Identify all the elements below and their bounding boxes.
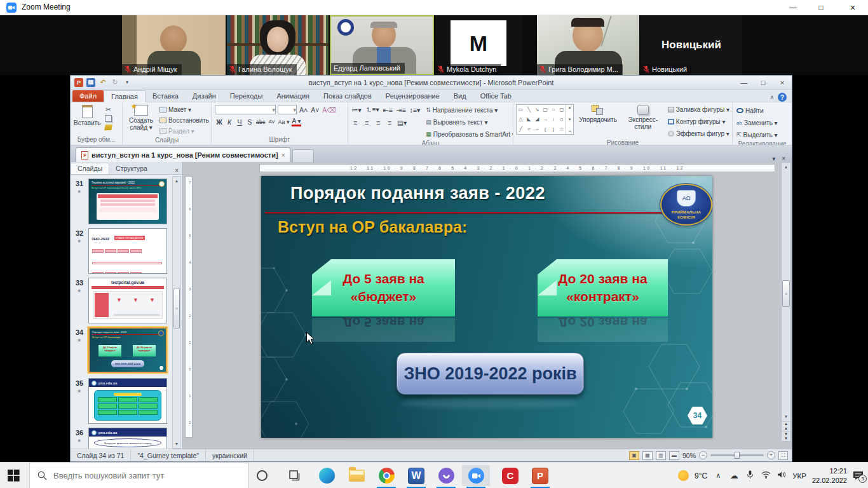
clipboard-group-label[interactable]: Буфер обм... <box>71 135 122 145</box>
paste-button[interactable]: Вставить <box>72 104 102 135</box>
word-taskbar-button[interactable]: W <box>402 465 430 486</box>
decrease-indent-icon[interactable]: ⇤≡ <box>383 105 393 114</box>
tab-transitions[interactable]: Переходы <box>223 90 270 102</box>
slide-thumbnail-32[interactable]: ЗНО-2022 ГРАФІК ПРОВЕДЕННЯ <box>88 228 167 274</box>
video-tile-halyna[interactable]: Галина Волощук <box>227 15 329 75</box>
select-button[interactable]: ⇱Выделить ▾ <box>736 130 788 140</box>
tab-file[interactable]: Файл <box>72 90 104 102</box>
line-spacing-icon[interactable]: ↕≡▾ <box>409 105 421 114</box>
copy-icon[interactable] <box>105 115 112 122</box>
new-slide-button[interactable]: ★ Создать слайд ▾ <box>125 104 158 136</box>
numbering-icon[interactable]: ⒈≡▾ <box>365 105 380 114</box>
ppt-minimize-button[interactable]: — <box>735 76 754 89</box>
zoom-taskbar-button-active[interactable] <box>462 465 490 486</box>
tab-insert[interactable]: Вставка <box>146 90 186 102</box>
increase-indent-icon[interactable]: ⇥≡ <box>396 105 407 114</box>
slide-thumbnail-31[interactable]: Терміни вступної кампанії - 2022 Вступ н… <box>88 179 167 224</box>
ppt-close-button[interactable]: × <box>773 76 792 89</box>
cortana-icon[interactable] <box>257 470 268 481</box>
zoom-restore-button[interactable]: □ <box>808 0 834 15</box>
cut-icon[interactable]: ✂ <box>104 104 112 114</box>
main-scrollbar[interactable]: ▲ ≡ ▼ ▲▲ ▼▼ <box>781 162 791 442</box>
arrange-button[interactable]: Упорядочить <box>578 104 618 139</box>
decrease-font-icon[interactable]: A˅ <box>310 105 320 114</box>
redo-icon[interactable]: ↻ <box>111 78 119 87</box>
tray-expand-icon[interactable]: ∧ <box>713 471 723 480</box>
budget-applications-box[interactable]: До 5 заяв на «бюджет» <box>312 259 455 316</box>
keyboard-language[interactable]: УКР <box>792 472 806 480</box>
change-case-button[interactable]: Aa ▾ <box>278 117 290 126</box>
zoom-out-button[interactable]: − <box>699 451 707 459</box>
edge-taskbar-button[interactable] <box>313 465 341 486</box>
layout-button[interactable]: Макет ▾ <box>159 104 209 114</box>
admission-committee-logo[interactable]: AΩ ПРИЙМАЛЬНА КОМІСІЯ <box>660 184 712 226</box>
italic-button[interactable]: К <box>225 117 234 126</box>
chrome-taskbar-button[interactable] <box>372 465 400 486</box>
align-text-button[interactable]: ▤Выровнять текст ▾ <box>426 117 513 127</box>
tab-animations[interactable]: Анимация <box>269 90 316 102</box>
slide-thumbnail-34-selected[interactable]: Порядок подання заяв - 2022 Вступ на ОР … <box>88 327 167 373</box>
main-scrollbar-thumb[interactable]: ≡ <box>782 280 790 307</box>
pane-tab-slides[interactable]: Слайды <box>71 163 109 174</box>
slide-thumbnail-35[interactable]: pnu.edu.ua <box>88 378 167 424</box>
pane-scrollbar[interactable]: ▲ ≡ ▼ <box>172 176 181 449</box>
onedrive-cloud-icon[interactable]: ☁ <box>729 471 739 480</box>
tab-view[interactable]: Вид <box>447 90 473 102</box>
normal-view-button[interactable]: ▣ <box>629 451 639 460</box>
horizontal-ruler[interactable]: 12 · 11 · 10 · 9 · 8 · 7 · 6 · 5 · 4 · 3… <box>259 164 775 172</box>
replace-button[interactable]: abЗаменить ▾ <box>736 118 788 128</box>
undo-icon[interactable]: ↶ <box>98 78 107 87</box>
temperature[interactable]: 9°C <box>695 471 707 480</box>
increase-font-icon[interactable]: A˄ <box>299 105 308 114</box>
strikethrough-button[interactable]: abc <box>255 117 266 126</box>
align-left-icon[interactable]: ≡ <box>351 118 360 127</box>
video-tile-hryha[interactable]: Грига Володимир М... <box>537 15 639 75</box>
ppt-restore-button[interactable]: □ <box>754 76 773 89</box>
zno-years-button[interactable]: ЗНО 2019-2022 років <box>397 353 584 395</box>
quick-styles-button[interactable]: Экспресс-стили <box>622 104 664 139</box>
speaker-icon[interactable] <box>776 471 787 480</box>
tab-list-dropdown-icon[interactable]: ▾ <box>772 155 775 162</box>
zoom-minimize-button[interactable]: — <box>780 0 806 15</box>
zoom-slider[interactable] <box>710 454 764 456</box>
slide-title[interactable]: Порядок подання заяв - 2022 <box>290 184 545 203</box>
shape-fill-button[interactable]: Заливка фигуры ▾ <box>668 104 729 114</box>
shapes-gallery-scroll[interactable]: ▲▼≂ <box>566 105 573 134</box>
previous-slide-button[interactable]: ▲▲ <box>782 421 790 431</box>
justify-icon[interactable]: ≡ <box>385 118 394 127</box>
document-tab[interactable]: P виступ_вступ на 1 курс_нова [Режим сов… <box>76 147 290 162</box>
bullets-icon[interactable]: ≔▾ <box>351 105 362 114</box>
char-spacing-button[interactable]: AV <box>268 117 276 126</box>
zoom-in-button[interactable]: + <box>767 451 775 459</box>
font-size-combobox[interactable]: ▾ <box>278 105 297 114</box>
task-view-button[interactable] <box>281 465 309 486</box>
shadow-button[interactable]: S <box>245 117 254 126</box>
zoom-slider-thumb[interactable] <box>735 452 740 459</box>
file-explorer-taskbar-button[interactable] <box>342 465 370 486</box>
vertical-ruler[interactable]: 7 6 5 4 3 2 1 0 1 2 3 4 5 6 7 <box>185 176 193 438</box>
viber-taskbar-button[interactable] <box>432 465 460 486</box>
slide-thumbnail-33[interactable]: testportal.gov.ua ▼ ▼ ▼ <box>88 278 167 323</box>
shape-outline-button[interactable]: Контур фигуры ▾ <box>668 116 729 126</box>
shape-effects-button[interactable]: Эффекты фигур ▾ <box>668 128 729 139</box>
slide-sorter-view-button[interactable]: ▦ <box>642 451 653 460</box>
tab-slideshow[interactable]: Показ слайдов <box>316 90 379 102</box>
save-icon[interactable] <box>86 78 95 87</box>
section-button[interactable]: Раздел ▾ <box>159 126 209 136</box>
reset-button[interactable]: Восстановить <box>159 115 209 125</box>
shapes-gallery[interactable]: ▭╲↘▢○◻ △◣◢→↓∩ ╱≈~{}☆ ▲▼≂ <box>516 104 574 135</box>
search-input[interactable] <box>53 471 219 480</box>
video-tile-novytskyi[interactable]: Новицький Новицький <box>641 15 742 75</box>
scroll-down-icon[interactable]: ▼ <box>782 412 790 421</box>
document-tab-close-icon[interactable]: × <box>281 152 285 159</box>
wifi-icon[interactable] <box>761 471 771 480</box>
align-center-icon[interactable]: ≡ <box>362 118 371 127</box>
zoom-close-button[interactable]: × <box>840 0 865 15</box>
scroll-down-icon[interactable]: ▼ <box>173 440 180 448</box>
text-direction-button[interactable]: ⇅Направление текста ▾ <box>426 105 513 115</box>
slideshow-view-button[interactable]: ▬ <box>669 451 679 460</box>
pane-tab-outline[interactable]: Структура <box>109 163 154 174</box>
video-tile-mykola[interactable]: M Mykola Dutchyn <box>435 15 522 75</box>
ribbon-collapse-icon[interactable]: ∧ <box>770 94 774 100</box>
taskbar-clock[interactable]: 12:21 22.02.2022 <box>812 466 847 485</box>
